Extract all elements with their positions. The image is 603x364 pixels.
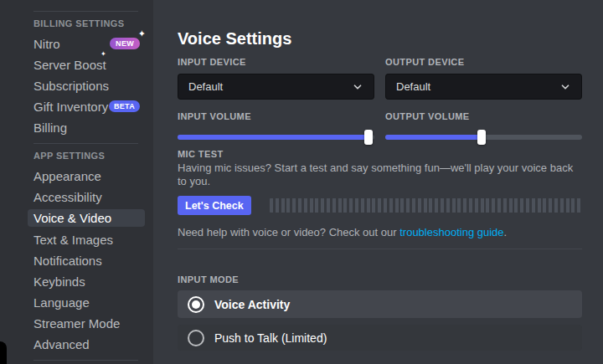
sidebar-item-label: Accessibility: [34, 190, 102, 204]
radio-unselected-icon: [188, 330, 204, 346]
sidebar-divider: [34, 143, 138, 144]
sidebar-item-language[interactable]: Language: [28, 294, 145, 310]
sidebar-nav-app: Appearance Accessibility Voice & Video T…: [28, 167, 145, 352]
sidebar-item-streamer-mode[interactable]: Streamer Mode: [28, 315, 145, 331]
sidebar-item-label: Billing: [34, 120, 67, 135]
mic-test-description: Having mic issues? Start a test and say …: [178, 161, 582, 188]
input-volume-slider[interactable]: [178, 130, 374, 145]
input-device-select[interactable]: Default: [178, 74, 374, 100]
sidebar-item-notifications[interactable]: Notifications: [28, 252, 145, 269]
sidebar-item-accessibility[interactable]: Accessibility: [28, 188, 145, 205]
slider-grabber[interactable]: [364, 130, 373, 145]
help-text-before: Need help with voice or video? Check out…: [178, 226, 399, 238]
sidebar-item-label: Keybinds: [34, 274, 85, 289]
chevron-down-icon: [352, 81, 363, 93]
radio-selected-icon: [188, 296, 204, 313]
chevron-down-icon: [559, 81, 571, 93]
new-badge: NEW: [110, 38, 140, 49]
slider-fill: [178, 135, 368, 140]
radio-label: Push to Talk (Limited): [214, 331, 327, 345]
input-volume-group: Input Volume: [178, 112, 374, 145]
input-mode-label: Input Mode: [178, 275, 582, 285]
sidebar-item-billing[interactable]: Billing: [28, 119, 145, 136]
mic-test-section: Mic Test Having mic issues? Start a test…: [178, 150, 582, 215]
mic-test-label: Mic Test: [178, 150, 582, 159]
sidebar-item-label: Text & Images: [34, 233, 113, 247]
sidebar-item-label: Appearance: [34, 169, 101, 183]
device-selects-row: Input Device Default Output Device Defau…: [178, 58, 582, 100]
sidebar-item-label: Gift Inventory: [34, 100, 108, 114]
sidebar-item-label: Streamer Mode: [34, 316, 120, 331]
sidebar-item-appearance[interactable]: Appearance: [28, 167, 145, 184]
sidebar-item-label: Subscriptions: [34, 79, 109, 93]
output-device-select[interactable]: Default: [385, 74, 582, 100]
sidebar-item-label: Voice & Video: [34, 211, 111, 225]
help-text-after: .: [504, 226, 508, 238]
mic-level-meter: [270, 198, 582, 213]
section-divider: [178, 249, 582, 249]
sidebar-nav-billing: Nitro NEW ✦ ✦ Server Boost Subscriptions…: [28, 35, 145, 136]
sidebar-item-label: Server Boost: [34, 58, 106, 72]
sparkle-icon: ✦: [138, 29, 146, 38]
output-device-label: Output Device: [385, 58, 582, 67]
slider-grabber[interactable]: [477, 130, 486, 145]
output-volume-label: Output Volume: [385, 112, 582, 121]
slider-fill: [385, 135, 482, 140]
sidebar-item-advanced[interactable]: Advanced: [28, 336, 145, 352]
voice-settings-panel: Voice Settings Input Device Default Outp…: [153, 0, 603, 364]
output-device-value: Default: [396, 80, 430, 93]
radio-voice-activity[interactable]: Voice Activity: [178, 290, 582, 318]
beta-badge: BETA: [109, 100, 140, 112]
sidebar-divider: [34, 11, 138, 12]
sidebar-item-label: Language: [34, 295, 90, 310]
sidebar-divider: [34, 360, 138, 361]
voice-help-text: Need help with voice or video? Check out…: [178, 226, 582, 239]
sidebar-header-app-settings: App Settings: [34, 151, 145, 161]
sidebar-item-subscriptions[interactable]: Subscriptions: [28, 77, 145, 94]
output-device-group: Output Device Default: [385, 58, 582, 100]
input-device-value: Default: [188, 80, 223, 93]
sidebar-item-voice-video[interactable]: Voice & Video: [28, 209, 145, 227]
sidebar-item-nitro[interactable]: Nitro NEW ✦ ✦: [28, 35, 145, 52]
settings-sidebar: Billing Settings Nitro NEW ✦ ✦ Server Bo…: [0, 0, 153, 364]
input-mode-section: Input Mode Voice Activity Push to Talk (…: [178, 275, 582, 351]
sidebar-header-billing-settings: Billing Settings: [34, 18, 145, 28]
lets-check-button[interactable]: Let's Check: [178, 196, 251, 215]
input-device-label: Input Device: [178, 58, 374, 67]
mic-test-controls: Let's Check: [178, 196, 582, 215]
sidebar-item-label: Advanced: [34, 337, 90, 351]
background-window-corner: [0, 341, 7, 364]
page-title: Voice Settings: [178, 28, 582, 49]
volume-sliders-row: Input Volume Output Volume: [178, 112, 582, 145]
troubleshooting-guide-link[interactable]: troubleshooting guide: [399, 226, 503, 238]
output-volume-slider[interactable]: [385, 130, 582, 145]
radio-push-to-talk[interactable]: Push to Talk (Limited): [178, 325, 582, 351]
sidebar-item-label: Nitro: [34, 37, 60, 51]
sidebar-item-keybinds[interactable]: Keybinds: [28, 273, 145, 290]
radio-label: Voice Activity: [214, 298, 290, 311]
sidebar-item-gift-inventory[interactable]: Gift Inventory BETA: [28, 98, 145, 115]
sidebar-item-label: Notifications: [34, 254, 102, 268]
input-device-group: Input Device Default: [178, 58, 374, 100]
sidebar-item-text-images[interactable]: Text & Images: [28, 231, 145, 248]
output-volume-group: Output Volume: [385, 112, 582, 145]
input-volume-label: Input Volume: [178, 112, 374, 121]
sidebar-item-server-boost[interactable]: Server Boost: [28, 56, 145, 73]
